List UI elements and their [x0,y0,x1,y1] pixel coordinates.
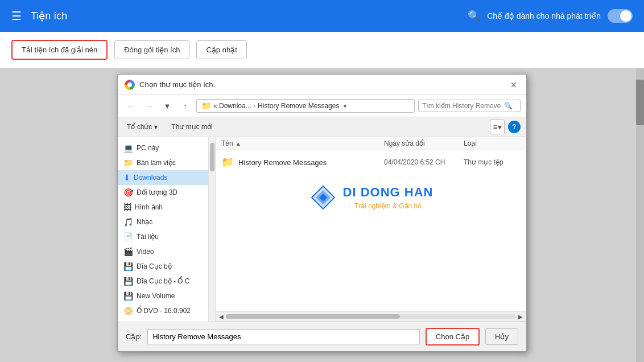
help-button[interactable]: ? [508,121,521,133]
chrome-header: ☰ Tiện ích 🔍 Chế độ dành cho nhà phát tr… [0,0,644,32]
h-scrollbar-thumb [226,314,400,319]
sidebar-label-new-volume: New Volume [137,292,175,300]
sidebar-label-dvd: Ổ DVD - 16.0.902 [137,307,191,315]
sidebar-item-local-disk-c[interactable]: 💾 Đĩa Cục bộ - Ổ C [118,274,208,289]
images-icon: 🖼 [123,203,131,212]
breadcrumb-folder: History Remove Messages [258,102,339,110]
file-name-cell: 📁 History Remove Messages [221,156,384,168]
file-name-text: History Remove Messages [238,158,327,167]
dialog-footer: Cặp: Chon Cặp Hủy [118,322,526,351]
search-input[interactable] [422,102,502,110]
page-title: Tiện ích [31,10,459,22]
brand-name: DI DONG HAN [343,185,434,200]
dvd-icon: 📀 [123,306,133,315]
watermark-area: DI DONG HAN Trải nghiệm & Gắn bó [216,172,526,223]
watermark-brand-area: DI DONG HAN Trải nghiệm & Gắn bó [343,185,434,210]
main-content: Chọn thư mục tiện ích. ✕ ← → ▼ ↑ 📁 « Dow… [0,68,644,362]
search-bar[interactable]: 🔍 [418,100,521,112]
dev-mode-toggle[interactable] [608,9,633,23]
col-date[interactable]: Ngày sửa đổi [384,139,464,147]
breadcrumb-folder-icon: 📁 [201,101,211,110]
h-scrollbar-track[interactable] [226,314,516,319]
organize-button[interactable]: Tổ chức ▾ [123,121,161,133]
col-type[interactable]: Loại [464,139,521,147]
sidebar-item-3d[interactable]: 🎯 Đối tượng 3D [118,185,208,200]
breadcrumb-bar[interactable]: 📁 « Downloa... › History Remove Messages… [196,99,415,113]
sort-icon: ▲ [236,141,241,147]
file-list-header: Tên ▲ Ngày sửa đổi Loại [216,137,526,150]
h-scroll-right-arrow[interactable]: ▶ [516,312,525,321]
organize-arrow: ▾ [154,123,158,131]
sidebar-item-dvd[interactable]: 📀 Ổ DVD - 16.0.902 [118,303,208,318]
file-picker-dialog: Chọn thư mục tiện ích. ✕ ← → ▼ ↑ 📁 « Dow… [117,74,527,352]
sidebar-item-downloads[interactable]: ⬇ Downloads [118,170,208,185]
local-disk-c-icon: 💾 [123,277,133,286]
file-list: 📁 History Remove Messages 04/04/2020 6:5… [216,150,526,311]
sidebar-label-local-disk: Đĩa Cục bộ [137,262,172,270]
sidebar-panel: 💻 PC này 📁 Bàn làm việc ⬇ Downloads 🎯 Đố… [118,137,209,322]
toolbar-right: ≡ ▾ ? [490,120,521,134]
sidebar-item-music[interactable]: 🎵 Nhạc [118,215,208,229]
load-unpacked-button[interactable]: Tải tiện ích đã giải nén [11,40,108,60]
desktop-icon: 📁 [123,158,133,167]
dialog-close-button[interactable]: ✕ [508,79,519,90]
file-date-cell: 04/04/2020 6:52 CH [384,158,464,166]
breadcrumb-prefix: « Downloa... [213,102,251,110]
select-folder-button[interactable]: Chon Cặp [426,328,480,345]
nav-back-button[interactable]: ← [123,98,138,113]
horizontal-scrollbar[interactable]: ◀ ▶ [216,311,526,322]
nav-dropdown-button[interactable]: ▼ [160,98,175,113]
file-type-cell: Thư mục tệp [464,158,521,166]
dialog-title-text: Chọn thư mục tiện ích. [139,80,215,89]
sidebar-item-pc[interactable]: 💻 PC này [118,141,208,155]
sidebar-label-downloads: Downloads [134,174,167,182]
sidebar-item-video[interactable]: 🎬 Video [118,244,208,259]
outer-scrollbar[interactable] [636,68,644,362]
chrome-logo-inner [127,83,132,87]
search-bar-icon: 🔍 [504,102,513,110]
h-scroll-left-arrow[interactable]: ◀ [217,312,226,321]
view-arrow: ▾ [498,122,502,131]
sidebar-item-local-disk[interactable]: 💾 Đĩa Cục bộ [118,259,208,274]
folder-input[interactable] [147,329,420,344]
dialog-navbar: ← → ▼ ↑ 📁 « Downloa... › History Remove … [118,95,526,117]
sidebar-item-documents[interactable]: 📄 Tài liệu [118,229,208,244]
hamburger-icon[interactable]: ☰ [11,9,22,23]
sidebar-item-new-volume[interactable]: 💾 New Volume [118,289,208,303]
folder-label: Cặp: [126,332,142,341]
search-icon[interactable]: 🔍 [468,10,480,22]
sidebar-item-images[interactable]: 🖼 Hình ảnh [118,200,208,215]
sidebar-scrollbar[interactable] [209,137,216,322]
cancel-button[interactable]: Hủy [485,328,518,345]
col-name[interactable]: Tên ▲ [221,139,384,147]
dialog-toolbar: Tổ chức ▾ Thư mục mới ≡ ▾ ? [118,117,526,137]
diamond-logo-svg [309,183,337,212]
chrome-logo [125,80,135,90]
update-button[interactable]: Cập nhật [196,40,246,59]
documents-icon: 📄 [123,232,133,241]
header-right: 🔍 Chế độ dành cho nhà phát triển [468,9,633,23]
view-icon: ≡ [493,122,497,131]
sidebar-label-local-disk-c: Đĩa Cục bộ - Ổ C [137,277,189,285]
brand-tagline: Trải nghiệm & Gắn bó [343,202,434,210]
video-icon: 🎬 [123,247,133,256]
sidebar-label-documents: Tài liệu [137,233,159,241]
view-icon-button[interactable]: ≡ ▾ [490,120,505,134]
breadcrumb-chevron: › [254,103,255,109]
pack-extension-button[interactable]: Đóng gói tiện ích [114,40,189,59]
folder-icon: 📁 [221,156,234,168]
nav-forward-button[interactable]: → [142,98,156,113]
new-volume-icon: 💾 [123,291,133,301]
sidebar-label-3d: Đối tượng 3D [137,188,177,196]
sidebar-label-desktop: Bàn làm việc [137,159,176,167]
sidebar-item-desktop[interactable]: 📁 Bàn làm việc [118,155,208,170]
nav-up-button[interactable]: ↑ [178,98,193,113]
breadcrumb-dropdown-icon: ▾ [344,103,346,109]
sidebar-label-pc: PC này [137,144,159,152]
toolbar-left: Tổ chức ▾ Thư mục mới [123,121,216,133]
new-folder-button[interactable]: Thư mục mới [168,121,216,133]
music-icon: 🎵 [123,217,133,227]
dialog-title-left: Chọn thư mục tiện ích. [125,80,215,90]
table-row[interactable]: 📁 History Remove Messages 04/04/2020 6:5… [216,153,526,172]
sidebar-scrollbar-thumb [210,143,214,171]
